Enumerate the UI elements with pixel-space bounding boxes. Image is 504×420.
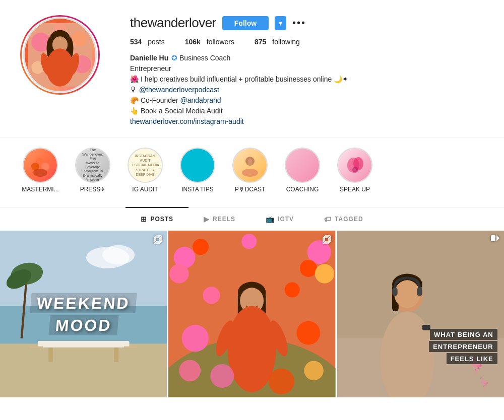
svg-point-50 [203, 287, 220, 304]
svg-point-48 [315, 264, 334, 283]
svg-point-23 [352, 167, 358, 173]
highlight-press[interactable]: Danielle Hu of TheWanderlover: FiveWays … [73, 148, 113, 193]
stats-row: 534 posts 106k followers 875 following [130, 38, 484, 46]
highlight-speakup[interactable]: SPEAK UP [335, 148, 375, 193]
username: thewanderlover [130, 15, 216, 31]
igtv-icon: 📺 [266, 215, 275, 223]
highlight-mastermind[interactable]: MASTERMI... [20, 148, 60, 193]
highlight-circle-coaching [285, 148, 320, 183]
svg-rect-76 [417, 288, 422, 296]
podcast-link[interactable]: @thewanderloverpodcast [139, 86, 219, 94]
bio-line3: 🥐 Co-Founder @andabrand [130, 95, 484, 106]
highlight-coaching[interactable]: COACHING [282, 148, 323, 193]
tab-tagged[interactable]: 🏷 TAGGED [309, 207, 378, 230]
more-icon: ••• [292, 17, 306, 28]
svg-rect-81 [491, 235, 495, 241]
highlight-label-instatips: INSTA TIPS [181, 186, 214, 193]
post-1[interactable]: WEEKEND MOOD [0, 231, 167, 397]
highlight-circle-igaudit: INSTAGRAM AUDIT+ SOCIAL MEDIASTRATEGYDEE… [128, 148, 163, 183]
post-2[interactable] [168, 231, 335, 397]
multi-image-icon-2 [323, 235, 332, 245]
bio-line1: 🌺 I help creatives build influential + p… [130, 74, 484, 85]
avatar-ring-inner [22, 17, 98, 93]
svg-point-74 [394, 280, 420, 308]
instagram-profile-page: thewanderlover Follow ▾ ••• 534 posts 10… [0, 0, 504, 420]
bio-name: Danielle Hu [130, 54, 168, 62]
highlight-instatips[interactable]: INSTA TIPS [177, 148, 218, 193]
avatar-image [25, 19, 95, 91]
highlight-podcast[interactable]: P🎙DCAST [230, 148, 270, 193]
tagged-icon: 🏷 [324, 215, 332, 223]
follow-button[interactable]: Follow [222, 16, 269, 30]
bio-section: Danielle Hu ✪ Business Coach Entrepreneu… [130, 53, 484, 127]
post1-text1: WEEKEND [36, 295, 131, 311]
tabs-bar: ⊞ POSTS ▶ REELS 📺 IGTV 🏷 TAGGED [0, 207, 504, 231]
highlight-image-mastermind [24, 149, 57, 182]
posts-stat[interactable]: 534 posts [130, 38, 165, 46]
following-label: following [272, 38, 299, 46]
highlights-section: MASTERMI... Danielle Hu of TheWanderlove… [0, 137, 504, 207]
svg-point-64 [211, 364, 234, 388]
svg-point-44 [193, 239, 209, 255]
svg-rect-75 [392, 288, 398, 296]
svg-point-20 [242, 169, 258, 177]
highlight-image-speakup [338, 149, 371, 182]
highlight-label-coaching: COACHING [286, 186, 319, 193]
avatar[interactable] [23, 17, 97, 93]
svg-point-17 [33, 169, 47, 177]
svg-point-49 [242, 234, 257, 249]
video-icon [491, 235, 500, 243]
reels-icon: ▶ [204, 215, 210, 223]
posts-icon: ⊞ [141, 215, 147, 223]
website-link[interactable]: thewanderlover.com/instagram-audit [130, 117, 244, 125]
post3-text1: WHAT BEING AN [434, 331, 493, 338]
highlight-image-podcast [233, 149, 267, 182]
highlight-image-instatips [181, 149, 214, 182]
followers-label: followers [207, 38, 234, 46]
bio-line4: 👆 Book a Social Media Audit [130, 106, 484, 116]
svg-point-45 [169, 264, 188, 283]
andabrand-link[interactable]: @andabrand [180, 96, 221, 104]
highlight-circle-mastermind [23, 148, 58, 183]
highlight-circle-instatips [180, 148, 215, 183]
svg-point-51 [285, 283, 300, 298]
avatar-wrapper[interactable] [20, 15, 100, 95]
highlight-label-igaudit: IG AUDIT [132, 186, 158, 193]
highlight-label-podcast: P🎙DCAST [235, 186, 266, 193]
bio-subtitle: Entrepreneur [130, 63, 484, 74]
highlight-image-coaching [286, 149, 319, 182]
svg-point-63 [304, 361, 324, 380]
following-count: 875 [255, 38, 266, 46]
highlight-image-igaudit: INSTAGRAM AUDIT+ SOCIAL MEDIASTRATEGYDEE… [129, 149, 162, 182]
more-options-button[interactable]: ••• [292, 17, 306, 29]
following-stat[interactable]: 875 following [255, 38, 300, 46]
profile-info: thewanderlover Follow ▾ ••• 534 posts 10… [130, 15, 484, 127]
chevron-down-icon: ▾ [279, 19, 282, 27]
svg-point-62 [179, 360, 201, 382]
tab-igtv-label: IGTV [278, 216, 294, 223]
highlight-circle-podcast [232, 148, 268, 183]
svg-point-47 [300, 260, 317, 277]
tab-reels-label: REELS [213, 216, 235, 223]
multi-image-icon [154, 235, 163, 245]
tab-posts-label: POSTS [150, 216, 173, 223]
svg-rect-19 [248, 159, 252, 166]
post-3[interactable]: 🦩 🦩 WHAT BEING AN ENTREPRENEUR FEELS LIK… [337, 231, 504, 397]
bio-line2: 🎙 @thewanderloverpodcast [130, 85, 484, 95]
bio-name-line: Danielle Hu ✪ Business Coach [130, 53, 484, 63]
avatar-story-ring[interactable] [20, 15, 100, 95]
tab-reels[interactable]: ▶ REELS [188, 207, 250, 230]
highlight-image-press: Danielle Hu of TheWanderlover: FiveWays … [76, 149, 109, 182]
svg-point-61 [297, 321, 321, 345]
post1-text2: MOOD [54, 317, 112, 333]
bio-title: Business Coach [179, 54, 230, 62]
highlight-circle-press: Danielle Hu of TheWanderlover: FiveWays … [75, 148, 110, 183]
highlight-igaudit[interactable]: INSTAGRAM AUDIT+ SOCIAL MEDIASTRATEGYDEE… [125, 148, 165, 193]
followers-stat[interactable]: 106k followers [185, 38, 234, 46]
tab-posts[interactable]: ⊞ POSTS [125, 207, 188, 230]
highlight-circle-speakup [337, 148, 372, 183]
highlight-label-mastermind: MASTERMI... [22, 186, 58, 193]
profile-name-row: thewanderlover Follow ▾ ••• [130, 15, 484, 31]
follow-dropdown-button[interactable]: ▾ [275, 16, 286, 30]
tab-igtv[interactable]: 📺 IGTV [250, 207, 309, 230]
